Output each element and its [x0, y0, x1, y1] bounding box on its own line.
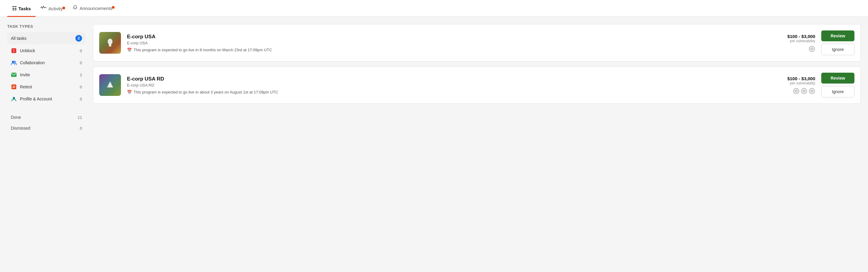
svg-point-6 [13, 97, 15, 99]
ecorp-usa-scope-icons [809, 46, 815, 52]
calendar-icon-1: 📅 [127, 48, 132, 52]
svg-marker-12 [107, 82, 113, 87]
announcements-dot [112, 6, 115, 9]
tab-tasks-label: Tasks [19, 6, 31, 11]
sidebar-item-dismissed[interactable]: Dismissed 0 [7, 123, 86, 133]
profile-account-icon [11, 96, 17, 102]
top-nav: ☷ Tasks Activity Announcements [0, 0, 868, 17]
sidebar-title: Task types [7, 24, 86, 29]
retest-count: 0 [76, 85, 82, 89]
content-area: E-corp USA E-corp USA 📅 This program is … [93, 24, 861, 265]
profile-account-count: 0 [76, 97, 82, 101]
ecorp-usa-rd-review-button[interactable]: Review [821, 73, 855, 84]
svg-point-7 [108, 39, 113, 44]
ecorp-usa-rd-ignore-button[interactable]: Ignore [821, 86, 855, 97]
svg-rect-5 [11, 85, 16, 89]
announcements-icon [72, 5, 78, 12]
scope-icon-2c [809, 88, 815, 94]
ecorp-usa-rd-schedule: 📅 This program is expected to go live in… [127, 90, 781, 94]
invite-label: Invite [20, 72, 76, 77]
calendar-icon-2: 📅 [127, 90, 132, 94]
tab-announcements[interactable]: Announcements [67, 5, 117, 17]
svg-point-11 [812, 48, 812, 49]
tasks-icon: ☷ [12, 5, 17, 12]
program-card-ecorp-usa-rd: E-corp USA RD E-corp USA RD 📅 This progr… [93, 66, 861, 104]
ecorp-usa-rd-info: E-corp USA RD E-corp USA RD 📅 This progr… [127, 76, 781, 94]
main-content: Task types All tasks 2 ! Unblock 0 [0, 17, 868, 272]
sidebar-all-tasks-label: All tasks [11, 36, 75, 41]
dismissed-count: 0 [80, 126, 82, 130]
ecorp-usa-review-button[interactable]: Review [821, 30, 855, 41]
collaboration-icon [11, 60, 17, 66]
svg-point-21 [812, 90, 812, 91]
ecorp-usa-name: E-corp USA [127, 34, 781, 40]
scope-icon-2b [801, 88, 807, 94]
sidebar-item-unblock[interactable]: ! Unblock 0 [7, 45, 86, 56]
tab-tasks[interactable]: ☷ Tasks [7, 5, 36, 17]
svg-point-2 [12, 61, 14, 63]
invite-icon [11, 72, 17, 78]
svg-text:!: ! [13, 49, 14, 53]
svg-point-15 [796, 90, 797, 91]
scope-icon-1 [809, 46, 815, 52]
all-tasks-badge: 2 [75, 35, 82, 41]
sidebar-item-collaboration[interactable]: Collaboration 0 [7, 57, 86, 68]
activity-dot [62, 7, 65, 9]
svg-rect-4 [11, 73, 17, 77]
sidebar-item-invite[interactable]: Invite 2 [7, 69, 86, 81]
ecorp-usa-rd-actions: Review Ignore [821, 73, 855, 97]
unblock-count: 0 [76, 49, 82, 53]
sidebar-item-retest[interactable]: Retest 0 [7, 81, 86, 93]
ecorp-usa-schedule: 📅 This program is expected to go live in… [127, 48, 781, 52]
tab-activity-label: Activity [48, 6, 63, 11]
ecorp-usa-rd-schedule-text: This program is expected to go live in a… [134, 90, 278, 94]
svg-rect-8 [109, 44, 111, 47]
invite-count: 2 [76, 73, 82, 77]
sidebar-item-done[interactable]: Done 11 [7, 112, 86, 122]
ecorp-usa-reward: $100 - $3,000 per vulnerability [787, 34, 815, 43]
ecorp-usa-rd-reward-amount: $100 - $3,000 [787, 76, 815, 81]
ecorp-usa-rd-subtitle: E-corp USA RD [127, 83, 781, 87]
ecorp-usa-reward-label: per vulnerability [787, 39, 815, 43]
collaboration-count: 0 [76, 61, 82, 65]
program-card-ecorp-usa: E-corp USA E-corp USA 📅 This program is … [93, 24, 861, 62]
sidebar-divider [7, 108, 86, 109]
ecorp-usa-rd-name: E-corp USA RD [127, 76, 781, 82]
sidebar-item-all-tasks[interactable]: All tasks 2 [7, 32, 86, 44]
done-count: 11 [78, 115, 82, 120]
retest-icon [11, 84, 17, 90]
ecorp-usa-info: E-corp USA E-corp USA 📅 This program is … [127, 34, 781, 52]
sidebar-item-profile-account[interactable]: Profile & Account 0 [7, 93, 86, 104]
sidebar: Task types All tasks 2 ! Unblock 0 [7, 24, 86, 265]
ecorp-usa-ignore-button[interactable]: Ignore [821, 44, 855, 55]
ecorp-usa-rd-scope-icons [793, 88, 815, 94]
profile-account-label: Profile & Account [20, 96, 76, 101]
ecorp-usa-rd-right: $100 - $3,000 per vulnerability [787, 76, 815, 94]
ecorp-usa-reward-amount: $100 - $3,000 [787, 34, 815, 39]
svg-point-3 [14, 61, 16, 63]
done-label: Done [11, 115, 78, 120]
dismissed-label: Dismissed [11, 126, 80, 130]
unblock-label: Unblock [20, 48, 76, 53]
ecorp-usa-rd-reward-label: per vulnerability [787, 81, 815, 85]
ecorp-usa-actions: Review Ignore [821, 30, 855, 55]
ecorp-usa-rd-logo [99, 74, 121, 96]
ecorp-usa-subtitle: E-corp USA [127, 41, 781, 45]
svg-point-18 [804, 90, 805, 91]
tab-activity[interactable]: Activity [36, 5, 67, 17]
retest-label: Retest [20, 85, 76, 89]
ecorp-usa-right: $100 - $3,000 per vulnerability [787, 34, 815, 52]
ecorp-usa-logo [99, 32, 121, 54]
ecorp-usa-schedule-text: This program is expected to go live in 8… [134, 48, 272, 52]
activity-icon [40, 5, 46, 12]
ecorp-usa-rd-reward: $100 - $3,000 per vulnerability [787, 76, 815, 85]
unblock-icon: ! [11, 48, 17, 54]
tab-announcements-label: Announcements [80, 6, 112, 11]
scope-icon-2a [793, 88, 800, 94]
collaboration-label: Collaboration [20, 60, 76, 65]
